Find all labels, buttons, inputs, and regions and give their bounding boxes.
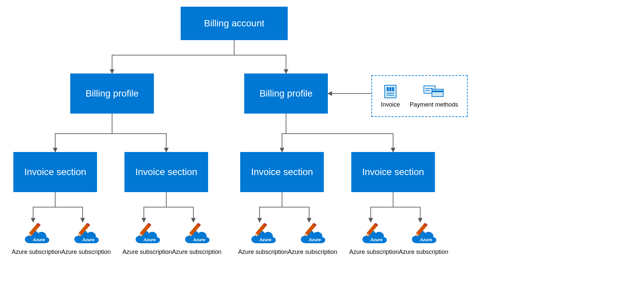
svg-rect-9 xyxy=(432,89,443,97)
invoice-item: Invoice xyxy=(381,84,400,108)
azure-subscription-item: Azure Azure subscription xyxy=(12,223,61,256)
svg-text:Azure: Azure xyxy=(420,237,432,242)
payment-sidebox: Invoice Payment methods xyxy=(371,75,468,117)
azure-subscription-label: Azure subscription xyxy=(349,249,399,256)
svg-text:Azure: Azure xyxy=(259,237,271,242)
billing-profile-box-1: Billing profile xyxy=(70,73,154,114)
svg-rect-2 xyxy=(389,87,391,91)
azure-subscription-item: Azure Azure subscription xyxy=(349,223,399,256)
azure-subscription-label: Azure subscription xyxy=(288,249,337,256)
payment-item: Payment methods xyxy=(409,84,458,108)
azure-subscription-item: Azure Azure subscription xyxy=(61,223,111,256)
azure-subscription-label: Azure subscription xyxy=(238,249,288,256)
azure-subscription-icon: Azure xyxy=(359,223,389,247)
svg-rect-1 xyxy=(387,87,389,91)
svg-rect-3 xyxy=(392,87,394,91)
azure-subscription-label: Azure subscription xyxy=(12,249,61,256)
invoice-section-label: Invoice section xyxy=(135,167,197,177)
azure-subscription-label: Azure subscription xyxy=(122,249,172,256)
azure-subscription-icon: Azure xyxy=(21,223,52,247)
billing-account-label: Billing account xyxy=(204,18,265,29)
azure-subscription-item: Azure Azure subscription xyxy=(172,223,221,256)
azure-subscription-item: Azure Azure subscription xyxy=(238,223,288,256)
invoice-section-label: Invoice section xyxy=(24,167,86,177)
invoice-icon xyxy=(383,84,398,99)
azure-subscription-icon: Azure xyxy=(132,223,162,247)
azure-subscription-item: Azure Azure subscription xyxy=(288,223,337,256)
azure-subscription-icon: Azure xyxy=(408,223,439,247)
azure-subscription-label: Azure subscription xyxy=(172,249,221,256)
invoice-section-box-4: Invoice section xyxy=(351,152,435,192)
invoice-section-box-1: Invoice section xyxy=(13,152,97,192)
svg-text:Azure: Azure xyxy=(143,237,156,242)
svg-text:Azure: Azure xyxy=(82,237,94,242)
svg-text:Azure: Azure xyxy=(308,237,321,242)
azure-subscription-icon: Azure xyxy=(182,223,212,247)
billing-profile-label: Billing profile xyxy=(86,88,139,99)
payment-methods-icon xyxy=(423,84,445,99)
invoice-section-box-2: Invoice section xyxy=(124,152,208,192)
payment-label: Payment methods xyxy=(409,101,458,108)
invoice-section-label: Invoice section xyxy=(251,167,313,177)
svg-text:Azure: Azure xyxy=(32,237,45,242)
azure-subscription-icon: Azure xyxy=(71,223,101,247)
azure-subscription-label: Azure subscription xyxy=(61,249,111,256)
svg-text:Azure: Azure xyxy=(370,237,382,242)
azure-subscription-item: Azure Azure subscription xyxy=(122,223,172,256)
invoice-section-box-3: Invoice section xyxy=(240,152,324,192)
billing-profile-label: Billing profile xyxy=(260,88,313,99)
diagram-canvas: Billing account Billing profile Billing … xyxy=(0,0,644,300)
azure-subscription-item: Azure Azure subscription xyxy=(399,223,448,256)
billing-account-box: Billing account xyxy=(181,7,288,40)
invoice-section-label: Invoice section xyxy=(362,167,424,177)
svg-text:Azure: Azure xyxy=(193,237,205,242)
billing-profile-box-2: Billing profile xyxy=(244,73,328,114)
svg-rect-0 xyxy=(385,85,396,98)
azure-subscription-label: Azure subscription xyxy=(399,249,448,256)
invoice-label: Invoice xyxy=(381,101,400,108)
azure-subscription-icon: Azure xyxy=(248,223,278,247)
svg-rect-10 xyxy=(432,91,443,92)
azure-subscription-icon: Azure xyxy=(297,223,328,247)
